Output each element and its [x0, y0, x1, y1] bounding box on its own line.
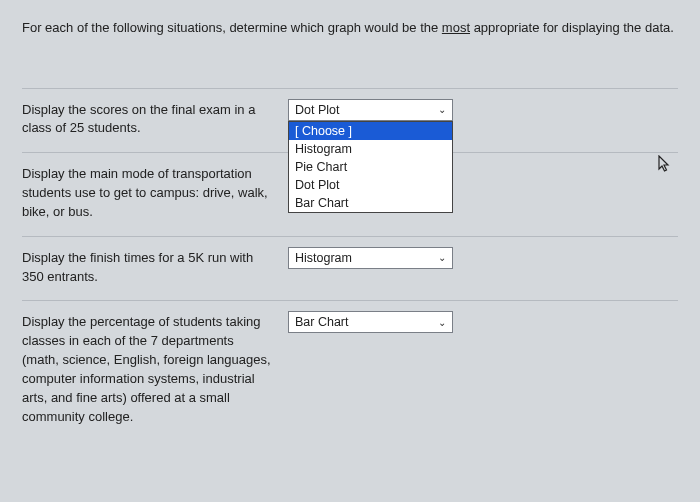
- control-column: Histogram ⌄: [288, 247, 678, 287]
- control-column: Bar Chart ⌄: [288, 311, 678, 426]
- select-value: Dot Plot: [295, 103, 339, 117]
- dropdown-option-choose[interactable]: [ Choose ]: [289, 122, 452, 140]
- chevron-down-icon: ⌄: [438, 317, 446, 328]
- select-value: Histogram: [295, 251, 352, 265]
- instructions-underlined: most: [442, 20, 470, 35]
- dropdown-option-pie-chart[interactable]: Pie Chart: [289, 158, 452, 176]
- dropdown-list: [ Choose ] Histogram Pie Chart Dot Plot …: [288, 121, 453, 213]
- question-prompt: Display the finish times for a 5K run wi…: [22, 247, 272, 287]
- control-column: Dot Plot ⌄ [ Choose ] Histogram Pie Char…: [288, 99, 678, 139]
- question-row: Display the percentage of students takin…: [22, 300, 678, 440]
- graph-type-select[interactable]: Bar Chart ⌄: [288, 311, 453, 333]
- select-value: Bar Chart: [295, 315, 349, 329]
- dropdown-option-bar-chart[interactable]: Bar Chart: [289, 194, 452, 212]
- instructions-text: For each of the following situations, de…: [22, 18, 678, 38]
- question-prompt: Display the percentage of students takin…: [22, 311, 272, 426]
- dropdown-option-histogram[interactable]: Histogram: [289, 140, 452, 158]
- instructions-pre: For each of the following situations, de…: [22, 20, 442, 35]
- graph-type-select[interactable]: Dot Plot ⌄: [288, 99, 453, 121]
- question-row: Display the scores on the final exam in …: [22, 88, 678, 153]
- chevron-down-icon: ⌄: [438, 252, 446, 263]
- dropdown-option-dot-plot[interactable]: Dot Plot: [289, 176, 452, 194]
- question-prompt: Display the scores on the final exam in …: [22, 99, 272, 139]
- graph-type-select[interactable]: Histogram ⌄: [288, 247, 453, 269]
- instructions-post: appropriate for displaying the data.: [470, 20, 674, 35]
- question-row: Display the finish times for a 5K run wi…: [22, 236, 678, 301]
- question-prompt: Display the main mode of transportation …: [22, 163, 272, 222]
- chevron-down-icon: ⌄: [438, 104, 446, 115]
